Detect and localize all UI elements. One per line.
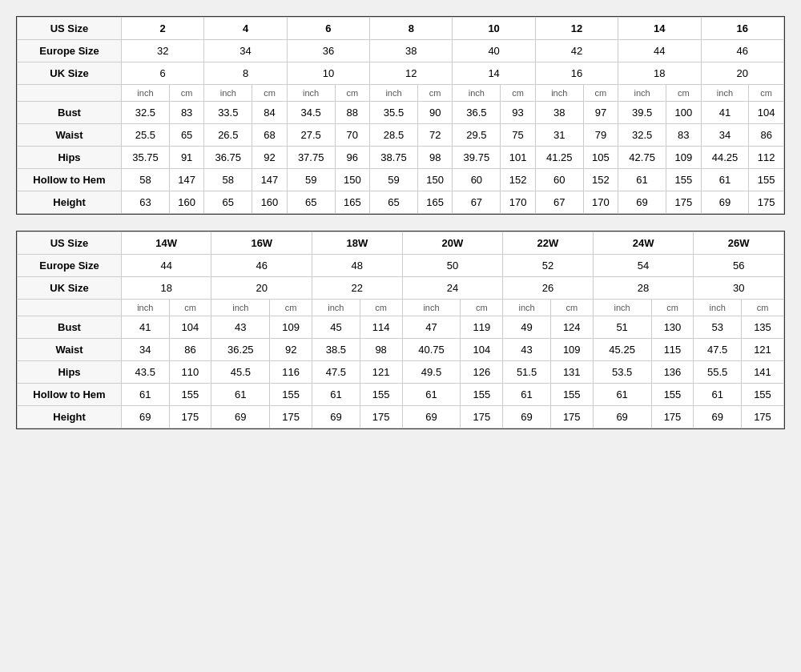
hips-cell: 41.25 [535,147,583,169]
hollow-row-2: Hollow to Hem 61155611556115561155611556… [18,384,784,406]
height-cell: 69 [593,406,651,429]
hips-cell: 98 [417,147,452,169]
bust-cell: 104 [169,316,211,339]
uk-size-cell: 6 [122,62,204,85]
subheader-cell: cm [741,300,783,316]
waist-cell: 40.75 [402,339,461,361]
height-cell: 175 [741,406,783,429]
hips-cell: 55.5 [694,361,742,384]
bust-cell: 47 [402,316,461,339]
height-cell: 165 [335,191,369,214]
waist-cell: 92 [270,339,312,361]
bust-cell: 119 [461,316,503,339]
hollow-row-1: Hollow to Hem 58147581475915059150601526… [18,169,784,191]
europe-size-cell: 44 [618,40,701,62]
subheader-cell: cm [270,300,312,316]
hips-cell: 91 [169,147,203,169]
hollow-to-hem-cell: 155 [270,384,312,406]
us-size-cell: 26W [694,232,784,255]
waist-cell: 86 [749,124,784,147]
hollow-to-hem-cell: 155 [651,384,694,406]
subheader-cell: cm [550,300,593,316]
subheader-cell: cm [583,85,618,102]
subheader-row-2: inchcminchcminchcminchcminchcminchcminch… [18,300,784,316]
height-cell: 175 [749,191,784,214]
hollow-to-hem-cell: 60 [453,169,501,191]
uk-size-cell: 20 [701,62,783,85]
waist-cell: 32.5 [618,124,666,147]
subheader-cell: inch [535,85,583,102]
height-cell: 69 [503,406,551,429]
height-cell: 67 [453,191,501,214]
hollow-to-hem-cell: 150 [417,169,452,191]
uk-size-cell: 18 [122,277,211,300]
hollow-to-hem-cell: 155 [741,384,783,406]
subheader-cell: cm [169,85,203,102]
bust-label-2: Bust [18,316,122,339]
subheader-cell: cm [501,85,535,102]
europe-size-cell: 40 [453,40,535,62]
hollow-to-hem-cell: 61 [694,384,742,406]
bust-row-2: Bust 41104431094511447119491245113053135 [18,316,784,339]
hollow-to-hem-cell: 61 [701,169,749,191]
europe-size-cell: 56 [694,255,784,277]
height-cell: 165 [417,191,452,214]
bust-cell: 124 [550,316,593,339]
height-cell: 175 [651,406,694,429]
bust-label-1: Bust [18,102,122,124]
height-cell: 65 [287,191,335,214]
hollow-to-hem-cell: 59 [370,169,418,191]
hips-row-1: Hips 35.759136.759237.759638.759839.7510… [18,147,784,169]
hollow-to-hem-cell: 155 [461,384,503,406]
bust-cell: 104 [749,102,784,124]
hips-cell: 47.5 [312,361,360,384]
hollow-to-hem-cell: 58 [122,169,170,191]
hollow-to-hem-cell: 61 [312,384,360,406]
europe-size-cell: 46 [701,40,783,62]
bust-cell: 53 [694,316,742,339]
uk-size-row-1: UK Size 68101214161820 [18,62,784,85]
uk-size-cell: 16 [535,62,618,85]
hips-cell: 43.5 [122,361,170,384]
hollow-label-2: Hollow to Hem [18,384,122,406]
europe-size-cell: 36 [287,40,369,62]
waist-cell: 36.25 [211,339,270,361]
hollow-to-hem-cell: 155 [749,169,784,191]
waist-cell: 65 [169,124,203,147]
subheader-cell: cm [651,300,694,316]
bust-cell: 84 [252,102,287,124]
hollow-to-hem-cell: 61 [122,384,170,406]
europe-size-cell: 42 [535,40,618,62]
waist-row-1: Waist 25.56526.56827.57028.57229.5753179… [18,124,784,147]
us-size-cell: 14W [122,232,211,255]
us-size-cell: 20W [402,232,503,255]
waist-cell: 43 [503,339,551,361]
bust-cell: 100 [666,102,701,124]
uk-size-cell: 30 [694,277,784,300]
hips-cell: 101 [501,147,535,169]
uk-size-cell: 14 [453,62,535,85]
bust-cell: 130 [651,316,694,339]
height-cell: 175 [360,406,402,429]
waist-label-1: Waist [18,124,122,147]
uk-size-cell: 10 [287,62,369,85]
height-cell: 69 [694,406,742,429]
europe-size-row-1: Europe Size 3234363840424446 [18,40,784,62]
waist-label-2: Waist [18,339,122,361]
us-size-cell: 10 [453,18,535,40]
bust-cell: 45 [312,316,360,339]
europe-size-cell: 38 [370,40,453,62]
hollow-to-hem-cell: 152 [583,169,618,191]
uk-size-cell: 22 [312,277,402,300]
waist-cell: 121 [741,339,783,361]
hips-cell: 109 [666,147,701,169]
hips-cell: 141 [741,361,783,384]
waist-cell: 115 [651,339,694,361]
uk-size-cell: 8 [204,62,287,85]
hollow-to-hem-cell: 155 [360,384,402,406]
waist-cell: 75 [501,124,535,147]
bust-cell: 38 [535,102,583,124]
waist-cell: 31 [535,124,583,147]
bust-cell: 88 [335,102,369,124]
height-cell: 170 [501,191,535,214]
